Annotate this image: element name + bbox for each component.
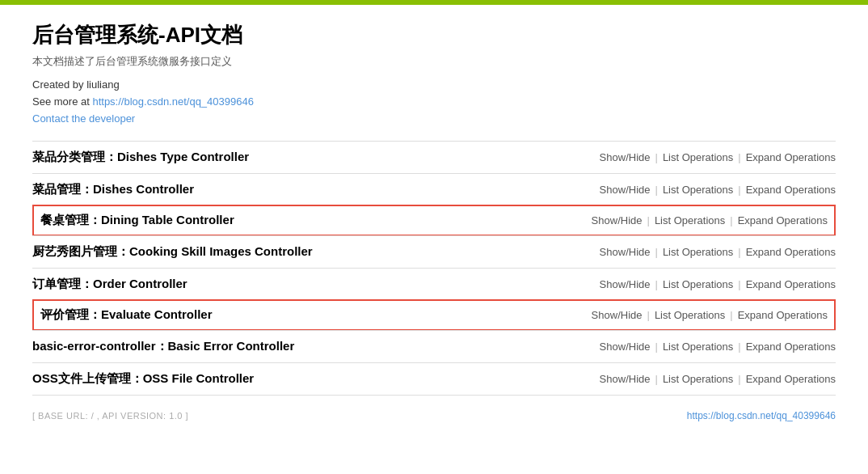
api-version: 1.0 [169,411,183,421]
api-version-prefix: , API VERSION: [97,411,166,421]
controller-row-cooking-skill: 厨艺秀图片管理：Cooking Skill Images Controller … [32,235,836,268]
footer: [ BASE URL: / , API VERSION: 1.0 ] https… [32,410,836,421]
controller-actions-order: Show/Hide | List Operations | Expand Ope… [600,278,836,290]
show-hide-oss-file[interactable]: Show/Hide [600,373,651,385]
sep16: | [738,373,740,385]
footer-left: [ BASE URL: / , API VERSION: 1.0 ] [32,410,188,421]
header-section: 后台管理系统-API文档 本文档描述了后台管理系统微服务接口定义 Created… [32,21,836,125]
controller-row-evaluate: 评价管理：Evaluate Controller Show/Hide | Lis… [32,299,836,331]
expand-ops-cooking-skill[interactable]: Expand Operations [746,246,836,258]
footer-csdn-link[interactable]: https://blog.csdn.net/qq_40399646 [687,410,836,421]
list-ops-order[interactable]: List Operations [663,278,733,290]
sep5: | [647,214,649,226]
contact-developer-link[interactable]: Contact the developer [32,112,836,125]
main-container: 后台管理系统-API文档 本文档描述了后台管理系统微服务接口定义 Created… [0,5,868,438]
sep15: | [655,373,657,385]
list-ops-dishes[interactable]: List Operations [663,184,733,196]
list-ops-cooking-skill[interactable]: List Operations [663,246,733,258]
show-hide-cooking-skill[interactable]: Show/Hide [600,246,651,258]
show-hide-basic-error[interactable]: Show/Hide [600,341,651,353]
sep13: | [655,341,657,353]
sep10: | [738,278,740,290]
controller-actions-evaluate: Show/Hide | List Operations | Expand Ope… [592,309,828,321]
controller-row-dishes-type: 菜品分类管理：Dishes Type Controller Show/Hide … [32,141,836,173]
controller-actions-dishes-type: Show/Hide | List Operations | Expand Ope… [600,151,836,163]
created-by-section: Created by liuliang See more at https://… [32,77,836,111]
expand-ops-dishes[interactable]: Expand Operations [746,184,836,196]
show-hide-dining-table[interactable]: Show/Hide [592,214,643,226]
controllers-section: 菜品分类管理：Dishes Type Controller Show/Hide … [32,141,836,396]
controller-name-dishes: 菜品管理：Dishes Controller [32,182,194,197]
list-ops-dishes-type[interactable]: List Operations [663,151,733,163]
controller-row-dishes: 菜品管理：Dishes Controller Show/Hide | List … [32,173,836,205]
controller-row-order: 订单管理：Order Controller Show/Hide | List O… [32,268,836,300]
page-description: 本文档描述了后台管理系统微服务接口定义 [32,54,836,69]
expand-ops-evaluate[interactable]: Expand Operations [738,309,828,321]
show-hide-order[interactable]: Show/Hide [600,278,651,290]
sep6: | [730,214,732,226]
created-by-label: Created by liuliang [32,78,120,91]
sep2: | [738,151,740,163]
sep14: | [738,341,740,353]
controller-actions-cooking-skill: Show/Hide | List Operations | Expand Ope… [600,246,836,258]
controller-row-oss-file: OSS文件上传管理：OSS File Controller Show/Hide … [32,362,836,396]
footer-right: https://blog.csdn.net/qq_40399646 [687,410,836,421]
see-more-link[interactable]: https://blog.csdn.net/qq_40399646 [92,95,254,108]
controller-name-basic-error: basic-error-controller：Basic Error Contr… [32,339,294,354]
sep1: | [655,151,657,163]
sep7: | [655,246,657,258]
page-title: 后台管理系统-API文档 [32,21,836,49]
list-ops-oss-file[interactable]: List Operations [663,373,733,385]
sep12: | [730,309,732,321]
see-more-label: See more at [32,95,92,108]
expand-ops-dining-table[interactable]: Expand Operations [738,214,828,226]
controller-name-oss-file: OSS文件上传管理：OSS File Controller [32,371,254,387]
base-url-prefix: [ BASE URL: / [32,411,94,421]
expand-ops-order[interactable]: Expand Operations [746,278,836,290]
sep9: | [655,278,657,290]
list-ops-basic-error[interactable]: List Operations [663,341,733,353]
show-hide-dishes[interactable]: Show/Hide [600,184,651,196]
base-url-text: [ BASE URL: / , API VERSION: 1.0 ] [32,411,188,421]
controller-actions-dining-table: Show/Hide | List Operations | Expand Ope… [592,214,828,226]
closing-bracket: ] [186,411,189,421]
controller-name-dining-table: 餐桌管理：Dining Table Controller [40,213,234,228]
expand-ops-basic-error[interactable]: Expand Operations [746,341,836,353]
expand-ops-dishes-type[interactable]: Expand Operations [746,151,836,163]
list-ops-dining-table[interactable]: List Operations [655,214,725,226]
controller-actions-basic-error: Show/Hide | List Operations | Expand Ope… [600,341,836,353]
sep4: | [738,184,740,196]
controller-name-cooking-skill: 厨艺秀图片管理：Cooking Skill Images Controller [32,244,313,260]
sep3: | [655,184,657,196]
controller-actions-oss-file: Show/Hide | List Operations | Expand Ope… [600,373,836,385]
controller-row-dining-table: 餐桌管理：Dining Table Controller Show/Hide |… [32,205,836,236]
expand-ops-oss-file[interactable]: Expand Operations [746,373,836,385]
controller-actions-dishes: Show/Hide | List Operations | Expand Ope… [600,184,836,196]
controller-row-basic-error: basic-error-controller：Basic Error Contr… [32,330,836,362]
show-hide-dishes-type[interactable]: Show/Hide [600,151,651,163]
list-ops-evaluate[interactable]: List Operations [655,309,725,321]
show-hide-evaluate[interactable]: Show/Hide [592,309,643,321]
controller-name-evaluate: 评价管理：Evaluate Controller [40,307,213,323]
controller-name-order: 订单管理：Order Controller [32,277,188,292]
sep8: | [738,246,740,258]
controller-name-dishes-type: 菜品分类管理：Dishes Type Controller [32,150,249,165]
sep11: | [647,309,649,321]
